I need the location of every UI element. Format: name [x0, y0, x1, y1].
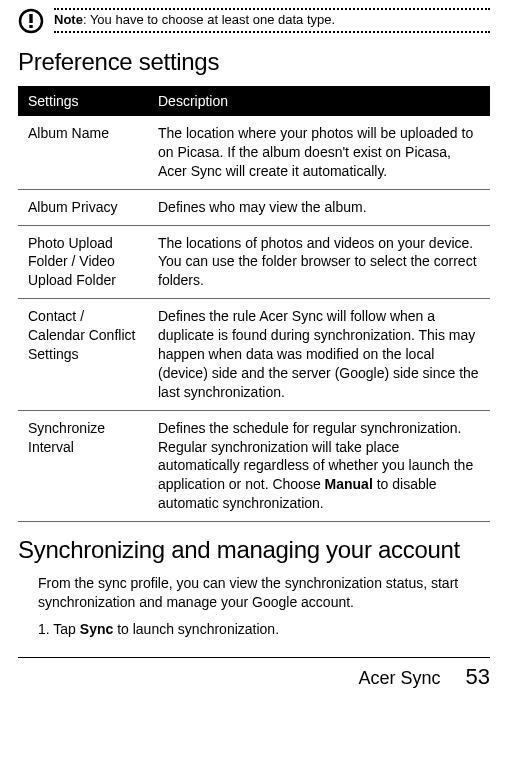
note-text: Note: You have to choose at least one da…: [54, 10, 490, 31]
intro-text: From the sync profile, you can view the …: [38, 574, 490, 612]
footer-label: Acer Sync: [358, 668, 440, 689]
col-header-settings: Settings: [18, 86, 148, 116]
step-bold: Sync: [80, 621, 113, 637]
setting-desc: Defines the schedule for regular synchro…: [148, 410, 490, 521]
table-row: Album Name The location where your photo…: [18, 116, 490, 189]
footer-page-number: 53: [466, 664, 490, 690]
note-message: : You have to choose at least one data t…: [83, 12, 335, 27]
step-number: 1.: [38, 621, 50, 637]
setting-name: Contact / Calendar Conflict Settings: [18, 299, 148, 410]
setting-name: Synchronize Interval: [18, 410, 148, 521]
settings-table: Settings Description Album Name The loca…: [18, 86, 490, 522]
col-header-description: Description: [148, 86, 490, 116]
svg-rect-2: [29, 25, 32, 28]
svg-rect-1: [29, 14, 32, 23]
table-row: Photo Upload Folder / Video Upload Folde…: [18, 225, 490, 299]
note-label: Note: [54, 12, 83, 27]
table-row: Synchronize Interval Defines the schedul…: [18, 410, 490, 521]
setting-desc: The locations of photos and videos on yo…: [148, 225, 490, 299]
setting-name: Album Privacy: [18, 189, 148, 225]
dashed-rule: [54, 31, 490, 33]
setting-desc: Defines the rule Acer Sync will follow w…: [148, 299, 490, 410]
step-pre: Tap: [53, 621, 79, 637]
setting-name: Album Name: [18, 116, 148, 189]
table-row: Album Privacy Defines who may view the a…: [18, 189, 490, 225]
setting-desc: Defines who may view the album.: [148, 189, 490, 225]
note-block: Note: You have to choose at least one da…: [18, 8, 490, 34]
step-1: 1. Tap Sync to launch synchronization.: [38, 620, 490, 639]
alert-icon: [18, 8, 44, 34]
heading-sync-account: Synchronizing and managing your account: [18, 536, 490, 564]
setting-name: Photo Upload Folder / Video Upload Folde…: [18, 225, 148, 299]
page-footer: Acer Sync 53: [18, 658, 490, 690]
table-row: Contact / Calendar Conflict Settings Def…: [18, 299, 490, 410]
heading-preference-settings: Preference settings: [18, 48, 490, 76]
step-post: to launch synchronization.: [113, 621, 279, 637]
desc-bold: Manual: [325, 476, 373, 492]
setting-desc: The location where your photos will be u…: [148, 116, 490, 189]
